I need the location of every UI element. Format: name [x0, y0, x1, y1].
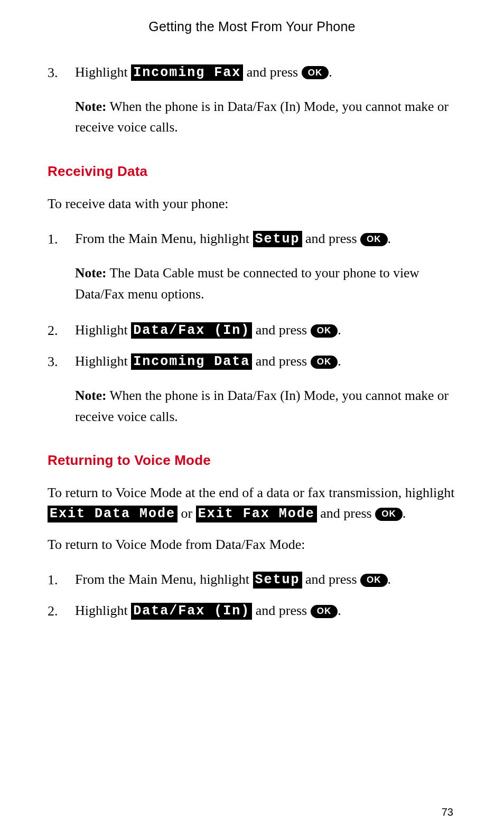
ok-button-icon: OK: [311, 356, 338, 369]
step-item: 1. From the Main Menu, highlight Setup a…: [48, 229, 456, 310]
step-number: 2.: [48, 601, 75, 621]
text-fragment: and press: [243, 64, 301, 80]
menu-chip-exit-fax-mode: Exit Fax Mode: [196, 506, 317, 522]
note-block: Note: When the phone is in Data/Fax (In)…: [75, 96, 456, 138]
step-text: Highlight Incoming Data and press OK.: [75, 353, 341, 369]
ok-button-icon: OK: [360, 574, 388, 587]
text-fragment: Highlight: [75, 603, 131, 618]
text-fragment: .: [338, 603, 341, 618]
steps-fax-receive-tail: 3. Highlight Incoming Fax and press OK. …: [48, 62, 456, 143]
note-block: Note: When the phone is in Data/Fax (In)…: [75, 385, 456, 427]
step-item: 1. From the Main Menu, highlight Setup a…: [48, 570, 456, 590]
step-text: From the Main Menu, highlight Setup and …: [75, 231, 391, 246]
menu-chip-datafax-in: Data/Fax (In): [131, 322, 252, 339]
step-number: 2.: [48, 320, 75, 341]
intro-text: To return to Voice Mode from Data/Fax Mo…: [48, 534, 456, 555]
note-text: The Data Cable must be connected to your…: [75, 265, 419, 302]
steps-receiving-data: 1. From the Main Menu, highlight Setup a…: [48, 229, 456, 433]
step-number: 3.: [48, 351, 75, 432]
step-text: Highlight Incoming Fax and press OK.: [75, 64, 332, 80]
text-fragment: Highlight: [75, 322, 131, 338]
text-fragment: Highlight: [75, 353, 131, 369]
note-text: When the phone is in Data/Fax (In) Mode,…: [75, 99, 449, 135]
step-item: 3. Highlight Incoming Fax and press OK. …: [48, 62, 456, 143]
text-fragment: .: [329, 64, 332, 80]
text-fragment: .: [388, 572, 391, 587]
step-text: Highlight Data/Fax (In) and press OK.: [75, 603, 341, 618]
ok-button-icon: OK: [375, 508, 403, 521]
text-fragment: and press: [317, 506, 375, 521]
ok-button-icon: OK: [360, 233, 388, 246]
note-text: When the phone is in Data/Fax (In) Mode,…: [75, 388, 449, 424]
ok-button-icon: OK: [302, 66, 329, 79]
text-fragment: and press: [302, 231, 360, 246]
text-fragment: and press: [302, 572, 360, 587]
step-text: From the Main Menu, highlight Setup and …: [75, 572, 391, 587]
step-item: 3. Highlight Incoming Data and press OK.…: [48, 351, 456, 432]
step-item: 2. Highlight Data/Fax (In) and press OK.: [48, 601, 456, 621]
menu-chip-incoming-data: Incoming Data: [131, 353, 252, 370]
intro-text: To receive data with your phone:: [48, 193, 456, 214]
steps-return-voice: 1. From the Main Menu, highlight Setup a…: [48, 570, 456, 621]
ok-button-icon: OK: [311, 605, 338, 618]
text-fragment: .: [388, 231, 391, 246]
text-fragment: From the Main Menu, highlight: [75, 572, 253, 587]
step-text: Highlight Data/Fax (In) and press OK.: [75, 322, 341, 338]
note-block: Note: The Data Cable must be connected t…: [75, 263, 456, 304]
running-header: Getting the Most From Your Phone: [48, 17, 456, 37]
menu-chip-setup: Setup: [253, 231, 302, 247]
text-fragment: .: [338, 322, 341, 338]
menu-chip-incoming-fax: Incoming Fax: [131, 64, 243, 81]
step-number: 1.: [48, 229, 75, 310]
step-number: 3.: [48, 62, 75, 143]
menu-chip-exit-data-mode: Exit Data Mode: [48, 506, 178, 522]
note-label: Note:: [75, 265, 106, 281]
text-fragment: or: [178, 506, 196, 521]
heading-receiving-data: Receiving Data: [48, 161, 456, 182]
step-number: 1.: [48, 570, 75, 590]
text-fragment: and press: [252, 603, 310, 618]
text-fragment: .: [403, 506, 406, 521]
heading-returning-voice-mode: Returning to Voice Mode: [48, 450, 456, 471]
step-item: 2. Highlight Data/Fax (In) and press OK.: [48, 320, 456, 341]
manual-page: Getting the Most From Your Phone 3. High…: [0, 0, 504, 840]
text-fragment: .: [338, 353, 341, 369]
text-fragment: Highlight: [75, 64, 131, 80]
menu-chip-setup: Setup: [253, 572, 302, 588]
note-label: Note:: [75, 388, 106, 403]
text-fragment: From the Main Menu, highlight: [75, 231, 253, 246]
body-paragraph: To return to Voice Mode at the end of a …: [48, 482, 456, 524]
menu-chip-datafax-in: Data/Fax (In): [131, 603, 252, 619]
text-fragment: and press: [252, 353, 310, 369]
text-fragment: and press: [252, 322, 310, 338]
ok-button-icon: OK: [311, 324, 338, 338]
page-number: 73: [442, 804, 453, 820]
text-fragment: To return to Voice Mode at the end of a …: [48, 485, 455, 500]
note-label: Note:: [75, 99, 106, 114]
